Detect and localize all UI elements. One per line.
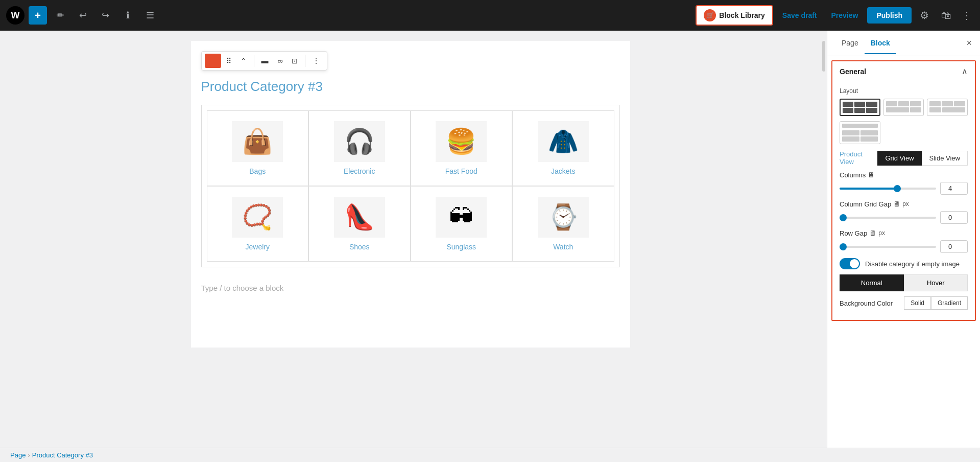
sidebar-content: General ∧ Layout [827,56,980,448]
tab-page[interactable]: Page [835,33,865,54]
grid-view-button[interactable]: Grid View [877,151,921,166]
publish-button[interactable]: Publish [867,7,912,24]
sidebar-panel: Page Block × General ∧ Layout [827,31,980,448]
more-toolbar-button[interactable]: ⋮ [308,54,324,68]
hover-button[interactable]: Hover [904,274,968,291]
general-section: General ∧ Layout [831,60,976,321]
product-grid: 👜 Bags 🎧 Electronic 🍔 Fa [207,110,614,262]
column-gap-slider[interactable] [840,217,936,219]
link-button[interactable]: ∞ [274,54,287,68]
redo-button[interactable]: ↪ [96,6,114,25]
solid-gradient-group: Solid Gradient [904,296,968,310]
list-item[interactable]: 👜 Bags [207,110,309,186]
add-block-button[interactable]: + [29,6,47,25]
column-gap-control: Column Grid Gap 🖥 px [840,200,968,224]
product-image-box: 👠 [334,197,385,238]
product-image-box: 📿 [232,197,283,238]
disable-toggle[interactable] [840,258,860,269]
product-image-box: 🍔 [436,121,487,162]
product-name: Bags [249,167,266,175]
product-name: Sunglass [446,243,476,251]
breadcrumb: Page › Product Category #3 [0,448,980,462]
bg-color-label: Background Color [840,299,900,307]
product-name: Watch [553,243,573,251]
product-name: Fast Food [445,167,477,175]
bg-color-row: Background Color Solid Gradient [840,296,968,310]
product-image-box: 🧥 [538,121,589,162]
more-options-button[interactable]: ⋮ [960,7,974,24]
editor-scrollbar[interactable] [821,31,827,448]
slide-view-button[interactable]: Slide View [922,151,968,166]
block-toolbar: ⠿ ⌃ ▬ ∞ ⊡ ⋮ [201,51,328,71]
type-to-choose-placeholder[interactable]: Type / to choose a block [201,280,620,296]
solid-button[interactable]: Solid [904,296,931,310]
section-body: Layout [832,81,975,320]
list-item[interactable]: 👠 Shoes [308,186,411,262]
move-arrows-button[interactable]: ⌃ [236,54,251,68]
section-title: General [840,67,866,76]
product-grid-container: 👜 Bags 🎧 Electronic 🍔 Fa [201,105,620,267]
list-item[interactable]: ⌚ Watch [512,186,614,262]
list-item[interactable]: 📿 Jewelry [207,186,309,262]
toolbar-divider [254,55,254,67]
close-sidebar-button[interactable]: × [966,38,972,49]
list-item[interactable]: 🕶 Sunglass [411,186,513,262]
list-item[interactable]: 🎧 Electronic [308,110,411,186]
toolbar-divider-2 [305,55,305,67]
tab-block[interactable]: Block [865,33,896,54]
topbar: W + ✏ ↩ ↪ ℹ ☰ 🛒 Block Library Save draft… [0,0,980,31]
layout-option-2[interactable] [883,99,924,116]
columns-control: Columns 🖥 [840,171,968,195]
product-image-box: 👜 [232,121,283,162]
list-item[interactable]: 🧥 Jackets [512,110,614,186]
product-image-box: 🕶 [436,197,487,238]
align-button[interactable]: ▬ [257,54,273,68]
list-view-button[interactable]: ☰ [141,6,159,25]
section-header: General ∧ [832,61,975,81]
edit-icon-button[interactable]: ✏ [51,6,69,25]
product-name: Jewelry [246,243,270,251]
layout-option-4[interactable] [840,121,880,144]
layout-option-3[interactable] [927,99,968,116]
save-draft-button[interactable]: Save draft [777,8,822,22]
row-gap-monitor-icon: 🖥 [869,229,876,237]
columns-slider[interactable] [840,188,936,190]
editor-inner: ⠿ ⌃ ▬ ∞ ⊡ ⋮ Product Category #3 👜 [191,41,630,348]
main-area: ⠿ ⌃ ▬ ∞ ⊡ ⋮ Product Category #3 👜 [0,31,980,448]
columns-label: Columns 🖥 [840,171,968,179]
product-image-box: ⌚ [538,197,589,238]
product-name: Jackets [551,167,575,175]
block-type-button[interactable] [205,54,221,68]
state-btn-group: Normal Hover [840,274,968,291]
scrollbar-thumb[interactable] [822,41,825,72]
settings-button[interactable]: ⚙ [916,7,933,24]
collapse-section-button[interactable]: ∧ [962,66,968,76]
row-gap-input[interactable] [940,240,968,253]
breadcrumb-page[interactable]: Page [10,451,26,459]
layout-label: Layout [840,87,968,95]
columns-input[interactable] [940,182,968,195]
block-library-icon: 🛒 [704,9,716,21]
row-gap-slider[interactable] [840,246,936,248]
column-gap-monitor-icon: 🖥 [893,200,900,208]
undo-button[interactable]: ↩ [74,6,92,25]
normal-button[interactable]: Normal [840,274,904,291]
image-button[interactable]: ⊡ [288,54,302,68]
column-gap-label: Column Grid Gap 🖥 px [840,200,968,208]
list-item[interactable]: 🍔 Fast Food [411,110,513,186]
column-gap-input[interactable] [940,211,968,224]
monitor-icon: 🖥 [868,171,875,179]
product-name: Shoes [349,243,370,251]
product-view-label: Product View [840,150,872,166]
gradient-button[interactable]: Gradient [931,296,968,310]
layout-option-grid[interactable] [840,99,880,116]
layout-options [840,99,968,116]
row-gap-control: Row Gap 🖥 px [840,229,968,253]
disable-label: Disable category if empty image [865,260,960,268]
product-image-box: 🎧 [334,121,385,162]
cart-button[interactable]: 🛍 [937,8,955,24]
drag-button[interactable]: ⠿ [222,54,235,68]
preview-button[interactable]: Preview [826,8,864,22]
info-button[interactable]: ℹ [118,6,137,25]
block-library-button[interactable]: 🛒 Block Library [696,5,773,26]
